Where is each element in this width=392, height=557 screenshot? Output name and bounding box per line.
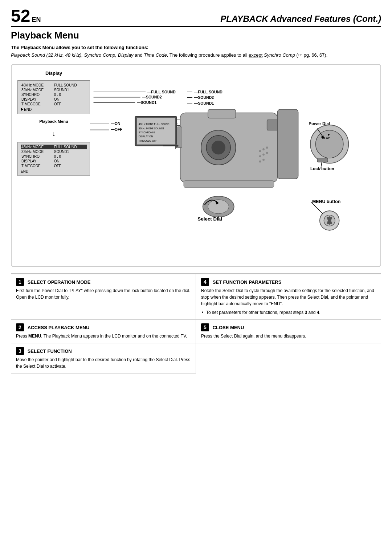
step-1-header: 1 SELECT OPERATION MODE: [16, 278, 191, 286]
intro-bold: The Playback Menu allows you to set the …: [11, 45, 381, 50]
svg-point-39: [259, 155, 261, 157]
step-2-title: ACCESS PLAYBACK MENU: [28, 325, 90, 330]
svg-text:TIMECODE    OFF: TIMECODE OFF: [139, 139, 157, 142]
steps-grid: 1 SELECT OPERATION MODE First turn the P…: [11, 274, 381, 374]
step-5-body: Press the Select Dial again, and the men…: [201, 333, 376, 339]
end-label-bottom: END: [21, 169, 87, 173]
svg-point-47: [208, 199, 229, 213]
step-5: 5 CLOSE MENU Press the Select Dial again…: [196, 320, 381, 343]
menu-screen-bottom: 48kHz MODEFULL SOUND 32kHz MODESOUND1 SY…: [17, 142, 90, 176]
svg-point-40: [262, 153, 265, 156]
intro-text: Playback Sound (32 kHz, 48 kHz), Synchro…: [11, 52, 381, 59]
svg-text:—SOUND2: —SOUND2: [142, 95, 162, 99]
svg-rect-44: [277, 109, 298, 179]
page-header: 52 EN PLAYBACK Advanced Features (Cont.): [11, 7, 381, 27]
svg-rect-31: [177, 126, 182, 147]
page-title: PLAYBACK Advanced Features (Cont.): [220, 14, 381, 24]
page-number: 52: [11, 7, 30, 25]
step-3-body: Move the pointer and highlight bar to th…: [16, 356, 191, 370]
diagram-svg: —FULL SOUND —SOUND2 —SOUND1 —FULL SOUND …: [90, 70, 375, 259]
svg-point-43: [262, 158, 265, 161]
step-1: 1 SELECT OPERATION MODE First turn the P…: [11, 274, 196, 320]
step-5-header: 5 CLOSE MENU: [201, 323, 376, 331]
page-en-suffix: EN: [32, 16, 41, 24]
svg-text:—SOUND1: —SOUND1: [194, 101, 214, 105]
svg-rect-58: [317, 158, 328, 162]
svg-text:—FULL SOUND: —FULL SOUND: [147, 90, 176, 94]
svg-text:—SOUND1: —SOUND1: [137, 100, 156, 104]
svg-text:DISPLAY     ON: DISPLAY ON: [139, 135, 153, 138]
step-3-title: SELECT FUNCTION: [28, 348, 72, 354]
svg-text:32kHz MODE  SOUND1: 32kHz MODE SOUND1: [139, 127, 164, 129]
step-2-number: 2: [16, 323, 24, 331]
step-5-number: 5: [201, 323, 209, 331]
playback-menu-label: Playback Menu: [17, 119, 90, 124]
svg-text:—OFF: —OFF: [111, 127, 122, 132]
step-1-body: First turn the Power Dial to "PLAY" whil…: [16, 287, 191, 300]
step-2-header: 2 ACCESS PLAYBACK MENU: [16, 323, 191, 331]
step-1-title: SELECT OPERATION MODE: [28, 279, 91, 285]
svg-rect-34: [208, 109, 236, 118]
svg-point-42: [259, 160, 261, 162]
step-5-title: CLOSE MENU: [213, 325, 244, 330]
svg-text:—SOUND2: —SOUND2: [194, 95, 214, 100]
step-2: 2 ACCESS PLAYBACK MENU Press MENU. The P…: [11, 320, 196, 343]
arrow-down: ↓: [17, 129, 90, 138]
step-1-number: 1: [16, 278, 24, 286]
svg-text:—FULL SOUND: —FULL SOUND: [194, 90, 222, 94]
diagram-box: Display 48kHz MODEFULL SOUND 32kHz MODES…: [11, 64, 381, 267]
svg-point-36: [259, 150, 261, 152]
step-4-header: 4 SET FUNCTION PARAMETERS: [201, 278, 376, 286]
svg-text:Lock button: Lock button: [310, 166, 334, 171]
svg-text:48kHz MODE  FULL SOUND: 48kHz MODE FULL SOUND: [139, 123, 170, 125]
svg-text:MENU button: MENU button: [312, 199, 341, 204]
step-3-header: 3 SELECT FUNCTION: [16, 347, 191, 355]
step-3: 3 SELECT FUNCTION Move the pointer and h…: [11, 343, 196, 374]
menu-screen-top: 48kHz MODEFULL SOUND 32kHz MODESOUND1 SY…: [17, 80, 90, 114]
svg-text:▶: ▶: [328, 133, 330, 136]
section-title: Playback Menu: [11, 30, 381, 41]
step-4-number: 4: [201, 278, 209, 286]
svg-point-37: [262, 148, 265, 150]
end-triangle: [21, 108, 23, 111]
camera-diagram-area: —FULL SOUND —SOUND2 —SOUND1 —FULL SOUND …: [90, 70, 375, 261]
display-label: Display: [17, 70, 90, 76]
step-3-number: 3: [16, 347, 24, 355]
svg-text:—ON: —ON: [111, 121, 120, 126]
svg-point-41: [266, 152, 268, 154]
step-4-bullet: To set parameters for other functions, r…: [201, 309, 376, 316]
end-label-top: END: [21, 108, 87, 112]
left-menus: Display 48kHz MODEFULL SOUND 32kHz MODES…: [17, 70, 90, 261]
svg-point-38: [266, 146, 268, 149]
step-4: 4 SET FUNCTION PARAMETERS Rotate the Sel…: [196, 274, 381, 320]
step-4-body: Rotate the Select Dial to cycle through …: [201, 287, 376, 307]
svg-point-23: [212, 141, 225, 154]
step-2-body: Press MENU. The Playback Menu appears in…: [16, 333, 191, 339]
svg-rect-45: [184, 181, 274, 187]
step-4-title: SET FUNCTION PARAMETERS: [213, 279, 282, 285]
svg-text:SYNCHRO     0.0: SYNCHRO 0.0: [139, 131, 155, 133]
